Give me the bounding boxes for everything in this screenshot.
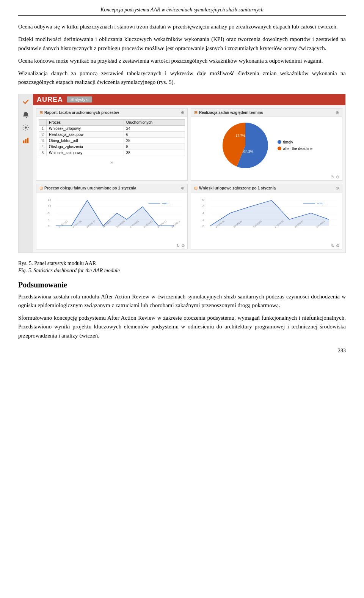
widget4-settings-btn[interactable]: ⚙ — [336, 243, 340, 248]
legend-dot-timely — [278, 140, 281, 144]
y2-label-8: 8 — [202, 199, 204, 202]
legend-label-deadline: after the deadline — [283, 147, 312, 151]
widget2-footer: ↻ ⚙ — [191, 174, 342, 180]
row-process: Obsluga_zgłoszenia — [47, 144, 124, 150]
line-chart-2: 8 6 4 2 0 — [193, 195, 340, 240]
table-row: 1 Wniosek_urlopowy 24 — [39, 125, 185, 131]
sidebar-item-gear[interactable] — [20, 122, 31, 133]
paragraph-3: Ocena końcowa może wynikać na przykład z… — [18, 57, 346, 65]
section-paragraph-2: Sformułowano koncepcję podsystemu After … — [18, 314, 346, 340]
table-row: 2 Realizacja_zakupow 6 — [39, 131, 185, 137]
widget3-icon: ⊞ — [39, 186, 43, 191]
figure-caption-line2-text: Fig. 5. Statistics dashboard for the AAR… — [18, 268, 120, 273]
widget2-header-left: ⊞ Realizacja zadań względem terminu — [194, 110, 264, 115]
widget2-settings-btn[interactable]: ⚙ — [336, 175, 340, 180]
widget4-icon: ⊞ — [194, 186, 198, 191]
paragraph-4: Wizualizacja danych za pomocą zestawień … — [18, 69, 346, 87]
process-table: Proces Uruchomionych 1 Wniosek_urlopowy … — [39, 119, 185, 156]
legend-dot-deadline — [278, 147, 281, 150]
top-bar-tab[interactable]: Statystyki — [67, 96, 92, 103]
logo: AUREA — [37, 96, 63, 104]
figure-caption-line2: Fig. 5. Statistics dashboard for the AAR… — [18, 267, 346, 275]
sidebar — [19, 94, 33, 252]
widget3-refresh-btn[interactable]: ↻ — [176, 243, 180, 248]
y2-label-0: 0 — [202, 224, 204, 227]
x1-label-9: 2015/06/16 — [171, 220, 181, 228]
widget3-header-left: ⊞ Procesy obiegu faktury uruchomione po … — [39, 186, 136, 191]
row-num: 5 — [39, 150, 47, 156]
line-chart-1: 16 12 8 4 0 — [39, 195, 185, 240]
legend-timely: timely — [278, 140, 312, 144]
sidebar-item-check[interactable] — [20, 96, 31, 107]
row-process: Wniosek_urlopowy — [47, 125, 124, 131]
widget1-header: ⊞ Raport: Liczba uruchomionych procesów … — [36, 109, 187, 117]
svg-rect-2 — [25, 139, 27, 143]
widget-pie: ⊞ Realizacja zadań względem terminu ⊕ — [191, 108, 342, 181]
figure-caption: Rys. 5. Panel statystyk modułu AAR Fig. … — [18, 260, 346, 275]
row-num: 2 — [39, 131, 47, 137]
widget3-actions: ⊕ — [181, 186, 184, 191]
widget3-header: ⊞ Procesy obiegu faktury uruchomione po … — [36, 184, 187, 192]
top-bar: AUREA Statystyki — [33, 94, 345, 105]
y2-label-2: 2 — [202, 218, 204, 221]
widget1-title: Raport: Liczba uruchomionych procesów — [44, 110, 119, 115]
widget3-settings-btn[interactable]: ⚙ — [181, 243, 185, 248]
widget1-pin-btn[interactable]: ⊕ — [181, 110, 184, 115]
page-number: 283 — [18, 348, 346, 354]
widget2-icon: ⊞ — [194, 110, 198, 115]
dashboard-row-2: ⊞ Procesy obiegu faktury uruchomione po … — [36, 184, 342, 249]
widget4-pin-btn[interactable]: ⊕ — [336, 186, 339, 191]
y-label-8: 8 — [48, 212, 50, 215]
figure-caption-line1: Rys. 5. Panel statystyk modułu AAR — [18, 260, 346, 267]
line-chart-1-svg: 16 12 8 4 0 — [48, 198, 182, 233]
pie-label-timely: 82.3% — [243, 150, 253, 154]
widget3-pin-btn[interactable]: ⊕ — [181, 186, 184, 191]
y-label-12: 12 — [48, 205, 51, 208]
widget2-header: ⊞ Realizacja zadań względem terminu ⊕ — [191, 109, 342, 117]
paragraph-1: Ocena odbywa się w kilku płaszczyznach i… — [18, 22, 346, 31]
y2-label-4: 4 — [202, 212, 204, 215]
widget4-header-left: ⊞ Wnioski urlopowe zgłoszone po 1 styczn… — [194, 186, 276, 191]
sidebar-item-bell[interactable] — [20, 109, 31, 120]
widget-processes: ⊞ Raport: Liczba uruchomionych procesów … — [36, 108, 188, 181]
table-row: 4 Obsluga_zgłoszenia 5 — [39, 144, 185, 150]
row-num: 4 — [39, 144, 47, 150]
pie-legend: timely after the deadline — [278, 140, 312, 151]
row-count: 6 — [124, 131, 185, 137]
line-chart-2-svg: 8 6 4 2 0 — [202, 198, 337, 233]
paragraph-2: Dzięki możliwości definiowania i oblicza… — [18, 35, 346, 53]
row-process: Obieg_faktur_pdf — [47, 137, 124, 144]
y-label-16: 16 — [48, 199, 51, 202]
widget4-actions: ⊕ — [336, 186, 339, 191]
col-num — [39, 119, 47, 125]
sidebar-item-chart[interactable] — [20, 135, 31, 146]
widget3-body: 16 12 8 4 0 — [36, 192, 187, 243]
widget4-body: 8 6 4 2 0 — [191, 192, 342, 243]
widget-line1: ⊞ Procesy obiegu faktury uruchomione po … — [36, 184, 188, 249]
widget2-pin-btn[interactable]: ⊕ — [336, 110, 339, 115]
row-count: 38 — [124, 150, 185, 156]
widget1-actions: ⊕ — [181, 110, 184, 115]
row-count: 24 — [124, 125, 185, 131]
pie-chart: 82.3% 17.7% — [221, 121, 270, 170]
widget4-refresh-btn[interactable]: ↻ — [331, 243, 334, 248]
row-count: 28 — [124, 137, 185, 144]
widget2-refresh-btn[interactable]: ↻ — [331, 175, 334, 180]
header-title: Koncepcja podsystemu AAR w ćwiczeniach s… — [100, 7, 264, 13]
svg-point-0 — [25, 126, 27, 128]
series2-label: num... — [317, 202, 326, 205]
svg-rect-3 — [27, 137, 29, 143]
widget4-header: ⊞ Wnioski urlopowe zgłoszone po 1 styczn… — [191, 184, 342, 192]
row-process: Realizacja_zakupow — [47, 131, 124, 137]
y-label-4: 4 — [48, 218, 50, 221]
y2-label-6: 6 — [202, 205, 204, 208]
dashboard-content: ⊞ Raport: Liczba uruchomionych procesów … — [33, 105, 345, 252]
row-num: 3 — [39, 137, 47, 144]
section-heading: Podsumowanie — [18, 281, 346, 289]
widget2-body: 82.3% 17.7% timely after the dea — [191, 117, 342, 174]
widget3-footer: ↻ ⚙ — [36, 243, 187, 249]
widget1-body: Proces Uruchomionych 1 Wniosek_urlopowy … — [36, 117, 187, 158]
col-count: Uruchomionych — [124, 119, 185, 125]
widget1-more-btn[interactable]: » — [36, 158, 187, 166]
svg-rect-1 — [23, 140, 25, 143]
